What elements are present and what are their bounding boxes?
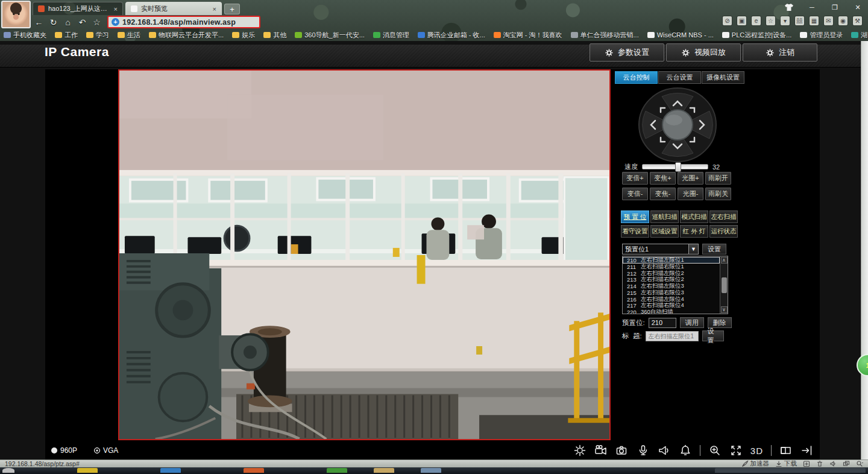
taskbar-icon[interactable] (77, 468, 98, 473)
search-zoom-icon[interactable] (856, 460, 863, 467)
ptz-button[interactable]: 变焦+ (650, 172, 676, 185)
browser-tab[interactable]: 实时预览 × (125, 2, 222, 15)
preset-set-button[interactable]: 设置 (702, 244, 726, 254)
function-tab[interactable]: 看守设置 (621, 225, 649, 238)
bookmark-item[interactable]: 物联网云平台开发平... (149, 31, 224, 40)
bookmark-item[interactable]: 管理员登录 (800, 31, 843, 40)
ptz-button[interactable]: 雨刷关 (705, 188, 731, 200)
chevron-down-icon[interactable]: ▼ (688, 244, 698, 254)
ptz-dpad[interactable] (638, 87, 717, 163)
extension-icon[interactable]: 囍 (795, 16, 804, 25)
function-tab[interactable]: 巡航扫描 (650, 210, 679, 223)
panel-toggle-icon[interactable] (779, 444, 793, 457)
accelerator-badge[interactable]: 1 (857, 354, 868, 376)
extension-icon[interactable]: ☆ (766, 16, 775, 25)
function-tab[interactable]: 左右扫描 (709, 210, 738, 223)
speed-slider[interactable] (642, 164, 708, 169)
bookmark-item[interactable]: 360导航_新一代安... (295, 31, 365, 40)
bookmark-item[interactable]: 腾讯企业邮箱 - 收... (418, 31, 485, 40)
address-url[interactable]: 192.168.1.48/asp/mainview.asp (122, 18, 236, 27)
windows-taskbar[interactable] (0, 467, 868, 474)
refresh-icon[interactable]: ↻ (48, 17, 58, 27)
bookmark-item[interactable]: 湖南华辰智通科技... (851, 31, 868, 40)
panel-tab[interactable]: 云台设置 (658, 71, 701, 84)
undo-icon[interactable]: ↶ (77, 17, 87, 27)
volume-icon[interactable] (829, 460, 837, 467)
function-tab[interactable]: 红 外 灯 (680, 225, 708, 238)
resolution-radio[interactable]: 960P (51, 446, 77, 455)
ptz-button[interactable]: 变焦- (650, 188, 676, 200)
bookmark-item[interactable]: PLC远程监控|设备... (722, 31, 791, 40)
browser-tab[interactable]: hao123_上网从这里开始 × (33, 2, 123, 15)
fullscreen-icon[interactable] (729, 444, 743, 457)
function-tab[interactable]: 区域设置 (650, 225, 679, 238)
tab-close-icon[interactable]: × (213, 5, 216, 13)
page-scrollbar[interactable] (861, 41, 868, 460)
preset-select[interactable]: 预置位1 ▼ (622, 244, 699, 254)
preset-number-input[interactable] (649, 318, 676, 328)
extension-icon[interactable]: e (752, 16, 761, 25)
bookmark-item[interactable]: 其他 (263, 31, 286, 40)
bookmark-item[interactable]: 生活 (118, 31, 140, 40)
function-tab[interactable]: 运行状态 (709, 225, 738, 238)
download-item[interactable]: 下载 (775, 460, 797, 468)
snapshot-camera-icon[interactable] (615, 444, 629, 457)
favorite-star-icon[interactable]: ☆ (92, 17, 102, 27)
bookmark-item[interactable]: 淘宝网 - 淘！我喜欢 (494, 31, 562, 40)
header-button[interactable]: 注销 (743, 43, 817, 62)
address-bar[interactable]: + 192.168.1.48/asp/mainview.asp (107, 16, 260, 28)
extension-icon[interactable]: ⚒ (853, 16, 862, 25)
home-icon[interactable]: ⌂ (63, 17, 73, 27)
scroll-up-icon[interactable]: ∧ (721, 257, 728, 264)
extension-icon[interactable]: ▦ (810, 16, 819, 25)
maximize-button[interactable]: ❐ (828, 2, 841, 13)
zoom-in-icon[interactable] (708, 444, 722, 457)
taskbar-icon[interactable] (421, 468, 441, 473)
extension-icon[interactable]: ◉ (838, 16, 848, 25)
system-tray[interactable] (715, 468, 866, 473)
panel-tab[interactable]: 摄像机设置 (702, 71, 744, 84)
bookmark-item[interactable]: WiseCRM NBS - ... (647, 31, 714, 39)
alarm-bell-icon[interactable] (679, 444, 692, 457)
header-button[interactable]: 参数设置 (590, 43, 664, 62)
ptz-button[interactable]: 变倍+ (622, 172, 648, 185)
accelerator-item[interactable]: 加速器 (741, 460, 770, 468)
bookmark-item[interactable]: 工作 (55, 31, 78, 40)
resolution-radio[interactable]: VGA (94, 446, 118, 455)
tab-close-icon[interactable]: × (114, 5, 118, 13)
taskbar-icon[interactable] (327, 468, 347, 473)
add-box-icon[interactable] (803, 460, 810, 467)
3d-position-button[interactable]: 3D (750, 446, 763, 456)
extension-icon[interactable]: ✉ (824, 16, 833, 25)
ptz-button[interactable]: 雨刷开 (705, 172, 731, 185)
ptz-button[interactable]: 变倍- (622, 188, 648, 200)
bookmark-item[interactable]: 消息管理 (373, 31, 409, 40)
scrollbar-thumb[interactable] (722, 277, 727, 293)
ptz-button[interactable]: 光圈- (678, 188, 703, 200)
skin-icon[interactable] (782, 2, 796, 12)
user-avatar[interactable] (1, 1, 31, 28)
extension-icon[interactable]: ▣ (737, 16, 746, 25)
taskbar-icon[interactable] (160, 468, 181, 473)
windows-stack-icon[interactable] (843, 460, 850, 467)
bookmark-item[interactable]: 单仁合强移动营销... (571, 31, 639, 40)
trash-icon[interactable] (816, 460, 823, 467)
ptz-button[interactable]: 光圈+ (678, 172, 703, 185)
function-tab[interactable]: 预 置 位 (621, 210, 649, 223)
speaker-horn-icon[interactable] (658, 444, 671, 457)
scroll-down-icon[interactable]: ∨ (721, 306, 728, 313)
bookmark-item[interactable]: 手机收藏夹 (4, 31, 46, 40)
function-tab[interactable]: 模式扫描 (680, 210, 708, 223)
taskbar-icon[interactable] (244, 468, 264, 473)
extension-icon[interactable]: ▾ (781, 16, 790, 25)
speed-slider-thumb[interactable] (675, 162, 681, 172)
microphone-icon[interactable] (637, 444, 650, 457)
start-orb[interactable] (2, 468, 14, 473)
new-tab-button[interactable]: + (224, 4, 240, 14)
preset-title-input[interactable] (646, 331, 699, 341)
settings-gear-icon[interactable] (573, 444, 587, 457)
record-camcorder-icon[interactable] (594, 444, 608, 457)
extension-icon[interactable]: ⊘ (723, 16, 732, 25)
title-set-button[interactable]: 设置 (702, 330, 724, 341)
preset-list-item[interactable]: 220 360自动扫描 (623, 309, 720, 314)
